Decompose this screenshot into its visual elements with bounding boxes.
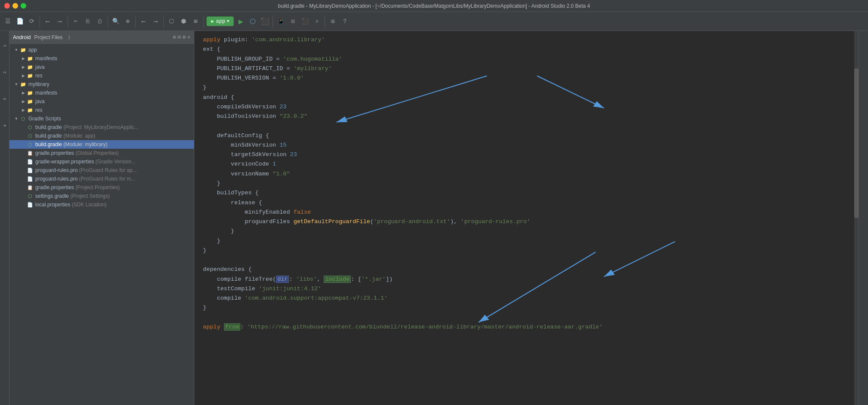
right-strip — [859, 31, 868, 405]
toolbar-run2-icon[interactable]: ▶ — [236, 16, 246, 27]
tree-label-res2: res — [35, 107, 43, 113]
run-label: app — [216, 18, 225, 25]
tree-item-local-properties[interactable]: ▶ 📄 local.properties (SDK Location) — [9, 200, 194, 209]
tree-label-local-properties: local.properties (SDK Location) — [35, 202, 107, 208]
toolbar-settings-icon[interactable]: ⚙ — [328, 16, 338, 27]
toolbar-sep-6 — [203, 15, 204, 28]
tree-item-mylibrary[interactable]: ▼ 📁 mylibrary — [9, 80, 194, 89]
toolbar-build2-icon[interactable]: ⬢ — [178, 16, 189, 27]
arrow-app: ▼ — [13, 48, 20, 52]
toolbar-avd-icon[interactable]: 📱 — [276, 16, 286, 27]
tree-label-manifests: manifests — [35, 55, 57, 61]
side-icon-structure[interactable]: 2 — [0, 59, 9, 85]
proguard-app-icon: 📄 — [27, 167, 34, 174]
tree-item-gradle-wrapper[interactable]: ▶ 📄 gradle-wrapper.properties (Gradle Ve… — [9, 157, 194, 166]
tree-item-manifests[interactable]: ▶ 📁 manifests — [9, 54, 194, 63]
tree-item-res[interactable]: ▶ 📁 res — [9, 71, 194, 80]
gradle-mylib-icon: ⬡ — [27, 141, 34, 148]
run-button[interactable]: ▶ app ▼ — [206, 16, 234, 26]
tree-label-gradle-wrapper: gradle-wrapper.properties (Gradle Versio… — [35, 159, 135, 165]
window-title: build.gradle - MyLibraryDemoApplication … — [278, 3, 590, 9]
toolbar-sep-4 — [135, 15, 136, 28]
editor-panel: apply plugin: 'com.android.library' ext … — [194, 31, 859, 405]
toolbar-search2-icon[interactable]: ⊕ — [123, 16, 133, 27]
toolbar-sdk-icon[interactable]: ⊡ — [288, 16, 298, 27]
run-dropdown-icon[interactable]: ▼ — [227, 19, 229, 24]
side-icon-favorites[interactable]: 3 — [0, 86, 9, 112]
arrow-java2: ▶ — [20, 99, 27, 104]
side-strip-left: 1 2 3 4 — [0, 31, 9, 405]
local-properties-icon: 📄 — [27, 201, 34, 208]
arrow-res2: ▶ — [20, 108, 27, 112]
tree-label-proguard-app: proguard-rules.pro (ProGuard Rules for a… — [35, 167, 137, 173]
toolbar: ☰ 📄 ⟳ ⟵ ⟶ ✂ ⎘ ⎙ 🔍 ⊕ ⟵ ⟶ ⬡ ⬢ ⊞ ▶ app ▼ ▶ … — [0, 12, 868, 31]
code-content: apply plugin: 'com.android.library' ext … — [203, 35, 850, 332]
tab-android[interactable]: Android — [13, 34, 31, 40]
folder-mylibrary-icon: 📁 — [20, 81, 27, 88]
maximize-button[interactable] — [21, 3, 26, 9]
tree-item-app[interactable]: ▼ 📁 app — [9, 46, 194, 54]
minimize-button[interactable] — [12, 3, 18, 9]
scroll-thumb[interactable] — [854, 68, 859, 218]
toolbar-undo-icon[interactable]: ⟵ — [138, 16, 149, 27]
toolbar-build-icon[interactable]: ⬡ — [166, 16, 177, 27]
tree-item-build-gradle-app[interactable]: ▶ ⬡ build.gradle (Module: app) — [9, 132, 194, 140]
tree-label-manifests2: manifests — [35, 90, 57, 96]
tree-item-res2[interactable]: ▶ 📁 res — [9, 106, 194, 114]
tab-arrow-icon[interactable]: ⟩ — [67, 34, 71, 40]
toolbar-stop-icon[interactable]: ⬛ — [260, 16, 270, 27]
toolbar-copy-icon[interactable]: ⎘ — [83, 16, 93, 27]
toolbar-profiler-icon[interactable]: ⚡ — [312, 16, 322, 27]
tree-item-build-gradle-project[interactable]: ▶ ⬡ build.gradle (Project: MyLibraryDemo… — [9, 123, 194, 132]
toolbar-back-icon[interactable]: ⟵ — [43, 16, 53, 27]
tree-label-gradle-scripts: Gradle Scripts — [28, 116, 61, 122]
gradle-wrapper-icon: 📄 — [27, 158, 34, 165]
toolbar-forward-icon[interactable]: ⟶ — [55, 16, 65, 27]
panel-collapse-icon[interactable]: ⊟ — [178, 34, 181, 40]
toolbar-device-icon[interactable]: ⬛ — [300, 16, 310, 27]
folder-java-icon: 📁 — [27, 64, 34, 71]
tree-label-gradle-properties-project: gradle.properties (Project Properties) — [35, 184, 120, 190]
folder-manifests-icon: 📁 — [27, 55, 34, 62]
panel-close-icon[interactable]: ✕ — [187, 34, 190, 40]
toolbar-cut-icon[interactable]: ✂ — [71, 16, 81, 27]
window-controls — [4, 3, 26, 9]
tree-item-gradle-properties-global[interactable]: ▶ 📋 gradle.properties (Global Properties… — [9, 149, 194, 157]
tree-item-settings-gradle[interactable]: ▶ ⬡ settings.gradle (Project Settings) — [9, 192, 194, 200]
side-icon-project[interactable]: 1 — [0, 33, 9, 58]
properties-global-icon: 📋 — [27, 150, 34, 156]
editor-scrollbar[interactable] — [854, 31, 859, 405]
arrow-gradle-scripts: ▼ — [13, 117, 20, 121]
panel-gear-icon[interactable]: ⚙ — [183, 34, 186, 40]
close-button[interactable] — [4, 3, 10, 9]
toolbar-file-icon[interactable]: 📄 — [15, 16, 25, 27]
tree-item-proguard-my[interactable]: ▶ 📄 proguard-rules.pro (ProGuard Rules f… — [9, 175, 194, 183]
folder-app-icon: 📁 — [20, 46, 27, 53]
toolbar-build3-icon[interactable]: ⊞ — [190, 16, 201, 27]
tree-item-java2[interactable]: ▶ 📁 java — [9, 97, 194, 106]
main-layout: 1 2 3 4 Android Project Files ⟩ ⚙ ⊟ ⚙ ✕ … — [0, 31, 868, 405]
toolbar-debug-icon[interactable]: ⬡ — [248, 16, 258, 27]
panel-settings-icon[interactable]: ⚙ — [173, 34, 176, 40]
arrow-mylibrary: ▼ — [13, 82, 20, 86]
toolbar-help-icon[interactable]: ? — [340, 16, 350, 27]
folder-res2-icon: 📁 — [27, 107, 34, 114]
side-icon-android[interactable]: 4 — [0, 113, 9, 138]
gradle-scripts-icon: ⬡ — [20, 115, 27, 122]
tree-item-build-gradle-mylib[interactable]: ▶ ⬡ build.gradle (Module: mylibrary) — [9, 140, 194, 149]
toolbar-menu-icon[interactable]: ☰ — [3, 16, 13, 27]
toolbar-search-icon[interactable]: 🔍 — [110, 16, 121, 27]
tree-item-java[interactable]: ▶ 📁 java — [9, 63, 194, 71]
toolbar-sep-5 — [163, 15, 164, 28]
tree-item-manifests2[interactable]: ▶ 📁 manifests — [9, 89, 194, 97]
tree-label-mylibrary: mylibrary — [28, 81, 49, 87]
toolbar-redo-icon[interactable]: ⟶ — [150, 16, 161, 27]
arrow-manifests: ▶ — [20, 56, 27, 61]
tree-item-gradle-properties-project[interactable]: ▶ 📋 gradle.properties (Project Propertie… — [9, 183, 194, 192]
tab-project-files[interactable]: Project Files — [34, 34, 62, 40]
toolbar-paste-icon[interactable]: ⎙ — [95, 16, 105, 27]
tree-item-proguard-app[interactable]: ▶ 📄 proguard-rules.pro (ProGuard Rules f… — [9, 166, 194, 175]
toolbar-sync-icon[interactable]: ⟳ — [27, 16, 37, 27]
tree-item-gradle-scripts[interactable]: ▼ ⬡ Gradle Scripts — [9, 114, 194, 123]
code-area[interactable]: apply plugin: 'com.android.library' ext … — [194, 31, 859, 336]
